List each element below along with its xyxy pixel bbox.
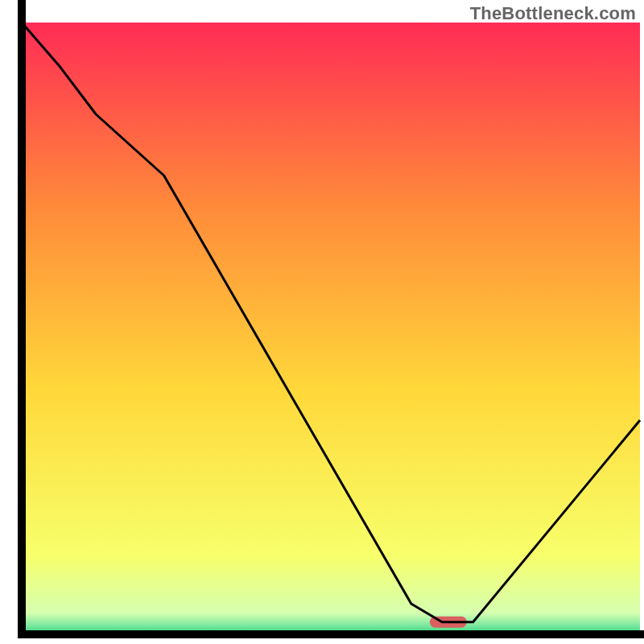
gradient-background: [22, 23, 640, 634]
bottleneck-chart: [0, 0, 644, 644]
chart-svg: [0, 0, 644, 644]
watermark-text: TheBottleneck.com: [470, 3, 636, 24]
